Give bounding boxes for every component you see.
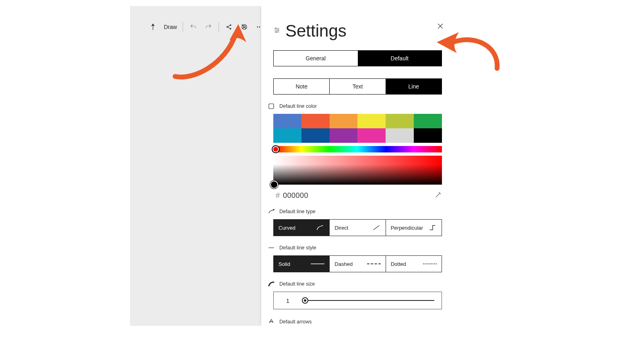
line-size-label-row: Default line size <box>267 280 442 288</box>
sub-tabs: Note Text Line <box>273 78 442 95</box>
saturation-value-picker[interactable] <box>273 156 442 185</box>
app-frame: Draw Settings Ge <box>130 6 454 326</box>
swatch[interactable] <box>386 128 414 143</box>
tab-line[interactable]: Line <box>386 79 442 94</box>
slider-thumb[interactable] <box>302 297 308 304</box>
svg-point-5 <box>257 27 258 28</box>
line-type-options: Curved Direct Perpendicular <box>273 219 442 236</box>
toolbar-separator <box>183 22 183 32</box>
hue-slider[interactable] <box>273 146 442 152</box>
swatch[interactable] <box>357 128 386 143</box>
option-curved[interactable]: Curved <box>274 220 329 236</box>
svg-point-0 <box>226 26 227 27</box>
toolbar-separator <box>219 22 219 32</box>
collaborate-button[interactable] <box>237 20 251 34</box>
app-logo-icon <box>146 20 160 34</box>
svg-point-2 <box>230 28 231 29</box>
line-style-label-row: Default line style <box>267 244 442 251</box>
arrows-label-row: Default arrows <box>267 318 442 325</box>
swatch[interactable] <box>301 114 330 128</box>
swatch[interactable] <box>357 114 386 128</box>
close-button[interactable] <box>435 21 446 32</box>
swatch[interactable] <box>273 128 301 143</box>
line-style-options: Solid Dashed Dotted <box>273 255 442 272</box>
swatch[interactable] <box>273 114 301 128</box>
option-dotted[interactable]: Dotted <box>386 256 442 272</box>
direct-glyph-icon <box>372 223 381 232</box>
line-style-label: Default line style <box>279 245 316 251</box>
dashed-glyph-icon <box>367 263 381 264</box>
line-size-value[interactable]: 1 <box>274 297 302 304</box>
swatch[interactable] <box>386 114 414 128</box>
share-button[interactable] <box>222 20 236 34</box>
svg-point-9 <box>278 30 279 31</box>
color-swatches <box>273 114 442 143</box>
square-icon <box>267 103 275 110</box>
main-tabs: General Default <box>273 50 442 66</box>
eyedropper-button[interactable] <box>435 191 442 200</box>
svg-rect-11 <box>269 104 274 109</box>
dotted-glyph-icon <box>423 263 437 264</box>
thickness-icon <box>267 280 275 288</box>
tab-note[interactable]: Note <box>274 79 329 94</box>
hex-value[interactable]: 000000 <box>283 191 308 200</box>
hex-hash-icon: # <box>276 191 280 200</box>
line-color-label-row: Default line color <box>267 103 442 110</box>
swatch[interactable] <box>330 128 358 143</box>
option-direct[interactable]: Direct <box>329 220 385 236</box>
undo-button[interactable] <box>186 20 200 34</box>
line-size-slider[interactable] <box>302 300 434 301</box>
swatch[interactable] <box>414 128 442 143</box>
line-size-control: 1 <box>273 292 442 309</box>
hue-thumb[interactable] <box>272 145 280 153</box>
line-icon <box>267 244 275 251</box>
line-type-label: Default line type <box>279 209 316 214</box>
tab-general[interactable]: General <box>274 51 358 66</box>
option-solid[interactable]: Solid <box>274 256 329 272</box>
line-size-label: Default line size <box>279 281 315 287</box>
svg-point-4 <box>243 25 245 27</box>
arrow-up-icon <box>267 318 275 325</box>
line-color-label: Default line color <box>279 103 317 109</box>
settings-panel: Settings General Default Note Text Line … <box>261 6 454 326</box>
panel-title: Settings <box>285 21 347 41</box>
svg-point-12 <box>273 209 274 210</box>
svg-point-1 <box>230 25 231 26</box>
solid-glyph-icon <box>311 263 324 265</box>
draw-label: Draw <box>164 24 177 30</box>
tab-default[interactable]: Default <box>358 51 442 66</box>
perpendicular-glyph-icon <box>428 223 437 232</box>
settings-sliders-icon <box>273 27 282 35</box>
svg-point-8 <box>275 28 277 29</box>
line-type-label-row: Default line type <box>267 208 442 215</box>
swatch[interactable] <box>330 114 358 128</box>
arrows-label: Default arrows <box>279 319 312 325</box>
swatch[interactable] <box>414 114 442 128</box>
draw-button[interactable]: Draw <box>161 20 180 34</box>
hex-input-row: # 000000 <box>273 191 442 200</box>
tab-text[interactable]: Text <box>329 79 385 94</box>
panel-header: Settings <box>273 6 442 41</box>
option-dashed[interactable]: Dashed <box>329 256 385 272</box>
toolbar: Draw <box>146 17 266 37</box>
sv-thumb[interactable] <box>270 181 278 189</box>
svg-point-10 <box>276 31 277 33</box>
curve-glyph-icon <box>316 223 324 232</box>
redo-button[interactable] <box>202 20 215 34</box>
svg-point-6 <box>259 27 260 28</box>
option-perpendicular[interactable]: Perpendicular <box>386 220 442 236</box>
swatch[interactable] <box>301 128 330 143</box>
curve-icon <box>267 208 275 215</box>
